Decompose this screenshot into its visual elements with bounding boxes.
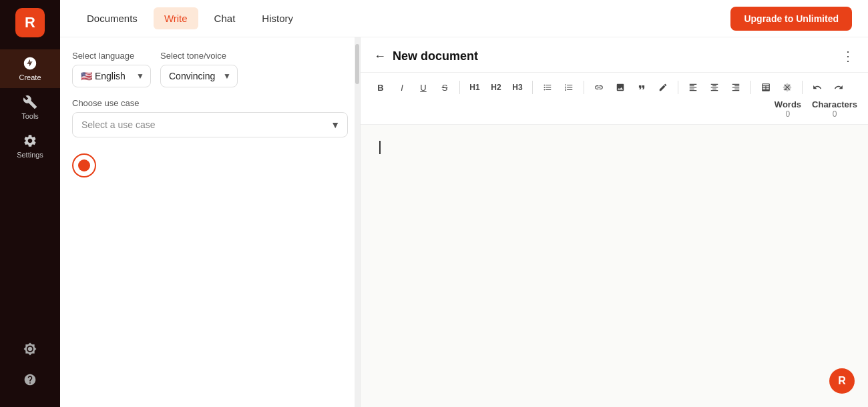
tone-group: Select tone/voice Convincing Friendly Fo… bbox=[160, 51, 238, 87]
nav-chat[interactable]: Chat bbox=[204, 7, 246, 29]
help-icon[interactable] bbox=[17, 367, 43, 392]
characters-count: Characters 0 bbox=[812, 99, 857, 119]
words-count: Words 0 bbox=[775, 99, 801, 119]
characters-label: Characters bbox=[812, 99, 857, 109]
editor-header: ← New document ⋮ bbox=[361, 37, 868, 73]
sidebar-bottom bbox=[17, 336, 43, 399]
highlight-button[interactable] bbox=[654, 78, 672, 97]
align-right-button[interactable] bbox=[726, 78, 745, 97]
tone-label: Select tone/voice bbox=[160, 51, 238, 61]
settings-icon bbox=[23, 133, 37, 148]
tone-select-wrapper: Convincing Friendly Formal ▼ bbox=[160, 65, 238, 87]
redo-button[interactable] bbox=[829, 78, 848, 97]
create-label: Create bbox=[19, 73, 41, 81]
bullet-list-button[interactable] bbox=[538, 78, 557, 97]
h2-button[interactable]: H2 bbox=[487, 78, 505, 97]
editor-toolbar: B I U S H1 H2 H3 bbox=[361, 73, 868, 125]
app-logo: R bbox=[15, 8, 45, 37]
use-case-select[interactable]: Blog Post Email Social Media bbox=[72, 112, 348, 137]
toolbar-separator-3 bbox=[584, 81, 584, 94]
language-group: Select language 🇺🇸 English 🇪🇸 Spanish 🇫🇷… bbox=[72, 51, 151, 87]
more-options-button[interactable]: ⋮ bbox=[841, 48, 855, 64]
quote-button[interactable] bbox=[632, 78, 651, 97]
editor-area: ← New document ⋮ B I U S H1 H2 H3 bbox=[361, 37, 868, 407]
user-avatar: R bbox=[829, 368, 855, 394]
record-inner-dot bbox=[78, 159, 90, 171]
language-select-wrapper: 🇺🇸 English 🇪🇸 Spanish 🇫🇷 French ▼ bbox=[72, 65, 151, 87]
h3-button[interactable]: H3 bbox=[508, 78, 527, 97]
tools-label: Tools bbox=[21, 112, 39, 120]
nav-history[interactable]: History bbox=[251, 7, 304, 29]
words-label: Words bbox=[775, 99, 801, 109]
italic-button[interactable]: I bbox=[393, 78, 411, 97]
image-button[interactable] bbox=[611, 78, 630, 97]
scroll-indicator bbox=[355, 37, 360, 407]
language-tone-row: Select language 🇺🇸 English 🇪🇸 Spanish 🇫🇷… bbox=[72, 51, 348, 87]
document-title: New document bbox=[393, 49, 478, 63]
toolbar-separator-1 bbox=[459, 81, 460, 94]
words-value: 0 bbox=[786, 109, 791, 119]
characters-value: 0 bbox=[833, 109, 837, 119]
brightness-icon[interactable] bbox=[17, 336, 43, 362]
ordered-list-button[interactable] bbox=[560, 78, 578, 97]
bold-button[interactable]: B bbox=[371, 78, 390, 97]
use-case-wrapper: Blog Post Email Social Media ▼ Select a … bbox=[72, 112, 348, 137]
strikethrough-button[interactable]: S bbox=[435, 78, 454, 97]
align-center-button[interactable] bbox=[705, 78, 724, 97]
underline-button[interactable]: U bbox=[414, 78, 433, 97]
toolbar-separator-5 bbox=[750, 81, 751, 94]
word-count-area: Words 0 Characters 0 bbox=[775, 99, 857, 119]
table-button[interactable] bbox=[756, 78, 775, 97]
nav-write[interactable]: Write bbox=[154, 7, 198, 29]
tone-select[interactable]: Convincing Friendly Formal bbox=[160, 65, 238, 87]
main-content: Documents Write Chat History Upgrade to … bbox=[60, 0, 868, 407]
upgrade-button[interactable]: Upgrade to Unlimited bbox=[730, 7, 852, 31]
nav-documents[interactable]: Documents bbox=[76, 7, 148, 29]
language-label: Select language bbox=[72, 51, 151, 61]
top-navigation: Documents Write Chat History Upgrade to … bbox=[60, 0, 868, 37]
h1-button[interactable]: H1 bbox=[465, 78, 484, 97]
toolbar-separator-4 bbox=[678, 81, 678, 94]
record-button[interactable] bbox=[72, 153, 96, 177]
toolbar-separator-2 bbox=[532, 81, 533, 94]
settings-label: Settings bbox=[17, 151, 43, 159]
back-button[interactable]: ← bbox=[374, 49, 386, 63]
tools-icon bbox=[23, 95, 37, 109]
sidebar-item-create[interactable]: Create bbox=[0, 49, 60, 88]
use-case-group: Choose use case Blog Post Email Social M… bbox=[72, 98, 348, 137]
editor-cursor bbox=[379, 141, 381, 154]
content-area: Select language 🇺🇸 English 🇪🇸 Spanish 🇫🇷… bbox=[60, 37, 868, 407]
align-left-button[interactable] bbox=[684, 78, 702, 97]
sidebar: R Create Tools Settings bbox=[0, 0, 60, 407]
link-button[interactable] bbox=[590, 78, 608, 97]
undo-button[interactable] bbox=[808, 78, 827, 97]
toolbar-separator-6 bbox=[802, 81, 803, 94]
editor-content[interactable]: R bbox=[361, 125, 868, 407]
create-icon bbox=[23, 56, 37, 71]
language-select[interactable]: 🇺🇸 English 🇪🇸 Spanish 🇫🇷 French bbox=[72, 65, 151, 87]
use-case-label: Choose use case bbox=[72, 98, 348, 108]
sidebar-item-settings[interactable]: Settings bbox=[0, 127, 60, 165]
clear-format-button[interactable] bbox=[778, 78, 797, 97]
sidebar-item-tools[interactable]: Tools bbox=[0, 88, 60, 127]
left-panel: Select language 🇺🇸 English 🇪🇸 Spanish 🇫🇷… bbox=[60, 37, 361, 407]
